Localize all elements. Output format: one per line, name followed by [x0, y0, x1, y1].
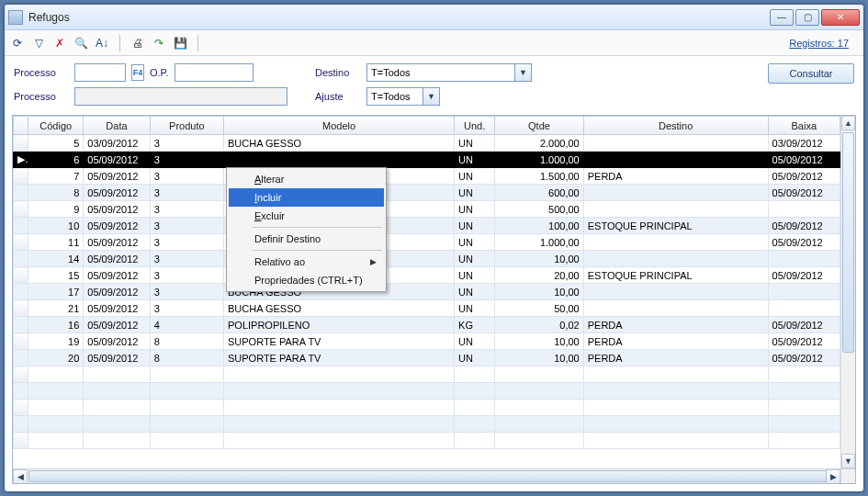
cell-codigo[interactable]: 15 — [28, 267, 84, 284]
cell-modelo[interactable]: SUPORTE PARA TV — [223, 350, 454, 366]
cell-und[interactable]: UN — [455, 218, 495, 234]
cell-destino[interactable]: ESTOQUE PRINCIPAL — [583, 267, 768, 284]
cell-und[interactable]: UN — [455, 168, 495, 185]
cell-modelo[interactable]: BUCHA GESSO — [223, 300, 454, 317]
cell-und[interactable]: UN — [455, 300, 495, 317]
ctx-excluir[interactable]: Excluir — [229, 207, 384, 225]
cell-data[interactable]: 05/09/2012 — [84, 267, 150, 284]
col-data[interactable]: Data — [84, 117, 150, 135]
scroll-thumb[interactable] — [842, 132, 854, 353]
cell-produto[interactable]: 3 — [150, 218, 223, 234]
cell-codigo[interactable]: 10 — [28, 218, 84, 234]
cell-produto[interactable]: 8 — [150, 333, 223, 350]
cell-und[interactable]: UN — [455, 135, 495, 152]
cell-modelo[interactable]: SUPORTE PARA TV — [223, 333, 454, 350]
processo2-input[interactable] — [74, 87, 287, 106]
cell-und[interactable]: UN — [455, 152, 495, 168]
scroll-left-icon[interactable]: ◀ — [13, 469, 28, 484]
cell-destino[interactable] — [583, 135, 768, 152]
cell-baixa[interactable]: 05/09/2012 — [768, 218, 840, 234]
cell-produto[interactable]: 3 — [150, 251, 223, 267]
cell-destino[interactable] — [583, 152, 768, 168]
cell-destino[interactable]: PERDA — [583, 350, 768, 366]
cell-codigo[interactable]: 16 — [28, 317, 84, 333]
cell-baixa[interactable]: 03/09/2012 — [768, 135, 840, 152]
cell-destino[interactable] — [583, 234, 768, 251]
consultar-button[interactable]: Consultar — [768, 63, 854, 84]
cell-produto[interactable]: 3 — [150, 284, 223, 300]
export-icon[interactable]: ↷ — [152, 36, 166, 51]
cell-baixa[interactable] — [768, 300, 840, 317]
cell-und[interactable]: UN — [455, 234, 495, 251]
cell-qtde[interactable]: 50,00 — [495, 300, 583, 317]
cell-destino[interactable]: PERDA — [583, 333, 768, 350]
table-row[interactable]: 1105/09/20123UN1.000,0005/09/2012 — [14, 234, 840, 251]
ctx-definir-destino[interactable]: Definir Destino — [229, 230, 384, 248]
cell-data[interactable]: 05/09/2012 — [84, 152, 150, 168]
cell-codigo[interactable]: 9 — [28, 201, 84, 218]
cell-codigo[interactable]: 19 — [28, 333, 84, 350]
col-qtde[interactable]: Qtde — [495, 117, 583, 135]
op-input[interactable] — [175, 63, 254, 82]
cell-modelo[interactable]: BUCHA GESSO — [223, 135, 454, 152]
table-row[interactable]: 1905/09/20128SUPORTE PARA TVUN10,00PERDA… — [14, 333, 840, 350]
cell-qtde[interactable]: 10,00 — [495, 350, 583, 366]
cell-data[interactable]: 05/09/2012 — [84, 168, 150, 185]
cell-codigo[interactable]: 14 — [28, 251, 84, 267]
cell-destino[interactable]: PERDA — [583, 168, 768, 185]
cell-produto[interactable]: 3 — [150, 267, 223, 284]
ctx-relativo-ao[interactable]: Relativo ao▶ — [229, 253, 384, 271]
cell-qtde[interactable]: 1.000,00 — [495, 234, 583, 251]
cell-qtde[interactable]: 1.500,00 — [495, 168, 583, 185]
cell-codigo[interactable]: 8 — [28, 185, 84, 201]
cell-data[interactable]: 05/09/2012 — [84, 218, 150, 234]
cell-baixa[interactable]: 05/09/2012 — [768, 333, 840, 350]
cell-destino[interactable] — [583, 300, 768, 317]
cell-qtde[interactable]: 10,00 — [495, 284, 583, 300]
col-baixa[interactable]: Baixa — [768, 117, 840, 135]
titlebar[interactable]: Refugos ― ▢ ✕ — [5, 5, 863, 30]
data-table[interactable]: Código Data Produto Modelo Und. Qtde Des… — [13, 116, 840, 449]
horizontal-scrollbar[interactable]: ◀ ▶ — [13, 468, 840, 483]
save-icon[interactable]: 💾 — [173, 36, 187, 51]
ctx-alterar[interactable]: Alterar — [229, 170, 384, 188]
cell-baixa[interactable] — [768, 284, 840, 300]
cell-qtde[interactable]: 2.000,00 — [495, 135, 583, 152]
refresh-icon[interactable]: ⟳ — [10, 36, 25, 51]
cell-destino[interactable] — [583, 251, 768, 267]
scroll-down-icon[interactable]: ▼ — [841, 454, 855, 468]
cell-baixa[interactable]: 05/09/2012 — [768, 234, 840, 251]
cell-data[interactable]: 05/09/2012 — [84, 201, 150, 218]
table-row[interactable]: 503/09/20123BUCHA GESSOUN2.000,0003/09/2… — [14, 135, 840, 152]
col-und[interactable]: Und. — [455, 117, 495, 135]
destino-select[interactable]: T=Todos ▼ — [366, 63, 532, 82]
cell-produto[interactable]: 3 — [150, 234, 223, 251]
cell-destino[interactable] — [583, 201, 768, 218]
table-row[interactable]: 1505/09/20123UN20,00ESTOQUE PRINCIPAL05/… — [14, 267, 840, 284]
table-row[interactable]: 905/09/20123UN500,00 — [14, 201, 840, 218]
cell-produto[interactable]: 3 — [150, 152, 223, 168]
cell-data[interactable]: 05/09/2012 — [84, 185, 150, 201]
cell-baixa[interactable]: 05/09/2012 — [768, 317, 840, 333]
cell-codigo[interactable]: 21 — [28, 300, 84, 317]
cell-baixa[interactable]: 05/09/2012 — [768, 185, 840, 201]
cell-qtde[interactable]: 20,00 — [495, 267, 583, 284]
col-codigo[interactable]: Código — [28, 117, 84, 135]
col-produto[interactable]: Produto — [150, 117, 223, 135]
cell-produto[interactable]: 8 — [150, 350, 223, 366]
cell-data[interactable]: 05/09/2012 — [84, 251, 150, 267]
cell-qtde[interactable]: 1.000,00 — [495, 152, 583, 168]
cell-codigo[interactable]: 11 — [28, 234, 84, 251]
cell-data[interactable]: 05/09/2012 — [84, 317, 150, 333]
maximize-button[interactable]: ▢ — [795, 9, 819, 26]
cell-und[interactable]: UN — [455, 185, 495, 201]
cell-produto[interactable]: 3 — [150, 300, 223, 317]
cell-destino[interactable]: ESTOQUE PRINCIPAL — [583, 218, 768, 234]
cell-baixa[interactable]: 05/09/2012 — [768, 267, 840, 284]
table-row[interactable]: 2005/09/20128SUPORTE PARA TVUN10,00PERDA… — [14, 350, 840, 366]
table-row[interactable]: 1405/09/20123UN10,00 — [14, 251, 840, 267]
cell-und[interactable]: KG — [455, 317, 495, 333]
cell-qtde[interactable]: 600,00 — [495, 185, 583, 201]
search-icon[interactable]: 🔍 — [73, 36, 88, 51]
cell-codigo[interactable]: 6 — [28, 152, 84, 168]
